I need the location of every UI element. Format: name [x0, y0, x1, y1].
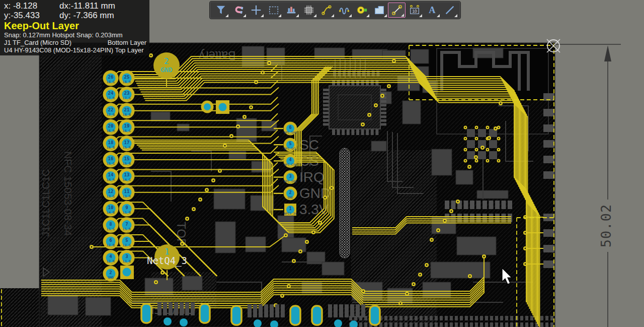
- connector-pad[interactable]: 19L6_G: [119, 119, 135, 135]
- tool-tune-length[interactable]: [335, 3, 353, 18]
- tool-filter[interactable]: [212, 3, 229, 18]
- place-component-icon: [303, 4, 315, 16]
- connector-pad[interactable]: 3NFC_IRQ: [284, 170, 297, 184]
- connector-pad[interactable]: 24L7_R: [103, 87, 119, 102]
- tool-dropdown-arrow-icon: [384, 14, 387, 17]
- connector-pad[interactable]: 1NFC3_3V: [284, 204, 297, 216]
- svg-text:L4_R: L4_R: [107, 178, 115, 182]
- svg-text:GND: GND: [108, 276, 114, 280]
- svg-text:4: 4: [109, 254, 112, 259]
- tool-dropdown-arrow-icon: [401, 14, 404, 17]
- tool-board-insight[interactable]: [282, 3, 300, 18]
- connector-pad[interactable]: 2GND: [103, 266, 119, 282]
- hud-hover-component2: U4 HY-9143C08 (MOD-15x18-24PIN) Top Laye…: [4, 46, 146, 54]
- connector-pad[interactable]: 16L5_G: [103, 152, 119, 168]
- hud-coordinates-x: x: -8.128 dx:-11.811 mm: [4, 1, 146, 11]
- connector-pad[interactable]: 21L8_B: [119, 103, 135, 118]
- connector-pad[interactable]: 12L3_G: [103, 184, 119, 200]
- svg-text:5: 5: [289, 141, 291, 146]
- svg-text:NFC_SDA: NFC_SDA: [284, 130, 297, 135]
- svg-text:L6_B: L6_B: [107, 146, 115, 150]
- svg-text:L8_B: L8_B: [123, 113, 131, 117]
- connector-pad[interactable]: 23L7_G: [119, 87, 135, 102]
- svg-text:7: 7: [125, 222, 128, 227]
- connector-pad[interactable]: 10L4_B: [103, 201, 119, 217]
- dimension-annotation[interactable]: 50.02: [553, 44, 621, 327]
- connector-pad[interactable]: 18L6_B: [103, 136, 119, 151]
- net-label: NetQ4_3: [147, 255, 187, 267]
- connector-pad[interactable]: 4NFC_CSN: [284, 154, 297, 168]
- tool-place-component[interactable]: [300, 3, 317, 18]
- hud-x-value: x: -8.128: [4, 1, 59, 11]
- connector-pad[interactable]: 6L2_B: [103, 234, 119, 249]
- tool-dropdown-arrow-icon: [454, 14, 457, 17]
- svg-text:20: 20: [108, 123, 114, 128]
- connector-pad[interactable]: 13L4_G: [119, 168, 135, 184]
- connector-pad[interactable]: 15L5_B: [119, 152, 135, 168]
- svg-text:L3_R: L3_R: [123, 194, 131, 199]
- hud-hover-info: J1 TF_Card (Micro SD) Bottom Layer: [4, 39, 146, 46]
- svg-text:24: 24: [108, 91, 114, 96]
- tool-dropdown-arrow-icon: [366, 14, 369, 17]
- connector-pad[interactable]: 4L2_R: [103, 250, 119, 266]
- svg-text:17: 17: [124, 140, 130, 145]
- route-tracks-icon: [320, 4, 333, 16]
- connector-pad[interactable]: 14L4_R: [103, 168, 119, 184]
- svg-text:L7_R: L7_R: [107, 96, 115, 100]
- svg-text:L8_R: L8_R: [123, 80, 131, 84]
- svg-text:J1C1LC1LC1C: J1C1LC1LC1C: [40, 169, 51, 237]
- pcb-editor-stage: BatterySCCSIRQGND3.3VNFC 15053-08-34J1C1…: [0, 0, 644, 327]
- connector-pad[interactable]: 22L7_B: [103, 103, 119, 118]
- bga-pad-grid[interactable]: [464, 126, 501, 163]
- connector-pad[interactable]: 3L3_B: [119, 250, 135, 266]
- svg-text:15: 15: [124, 156, 130, 161]
- snap-magnet-icon: [232, 4, 245, 16]
- svg-text:5: 5: [125, 238, 128, 243]
- tune-length-icon: [338, 4, 350, 16]
- connector-pad[interactable]: 7L1_R: [119, 217, 135, 233]
- tool-place-dimension[interactable]: 10: [406, 3, 423, 18]
- connector-pad[interactable]: 2GND: [284, 186, 297, 200]
- svg-text:L2_G: L2_G: [123, 243, 131, 247]
- tool-measure-distance[interactable]: [388, 3, 406, 18]
- svg-text:8: 8: [109, 222, 112, 227]
- svg-text:L5_G: L5_G: [107, 162, 115, 166]
- svg-text:IRQ: IRQ: [299, 169, 325, 185]
- svg-text:L1_G: L1_G: [107, 227, 115, 231]
- tool-place-text[interactable]: A: [423, 3, 441, 18]
- hud-hover-component: J1 TF_Card (Micro SD): [4, 39, 71, 46]
- svg-text:2: 2: [109, 270, 112, 275]
- tool-place-via[interactable]: [353, 3, 370, 18]
- dimension-value: 50.02: [598, 204, 614, 247]
- connector-pad[interactable]: 5L2_G: [119, 234, 135, 249]
- tool-snap-magnet[interactable]: [229, 3, 247, 18]
- tool-select-area[interactable]: [265, 3, 282, 18]
- svg-text:L7_B: L7_B: [107, 113, 115, 117]
- connector-pad[interactable]: 11L3_R: [119, 184, 135, 200]
- svg-text:19: 19: [124, 123, 130, 128]
- heads-up-display: x: -8.128 dx:-11.811 mm y:-35.433 dy: -7…: [0, 0, 149, 55]
- connector-pad[interactable]: 9L1_B: [119, 201, 135, 217]
- select-area-icon: [268, 4, 280, 16]
- svg-text:L6_G: L6_G: [123, 129, 131, 133]
- connector-pad[interactable]: 6NFC_SDA: [284, 122, 297, 136]
- svg-text:1: 1: [289, 206, 291, 211]
- connector-pad[interactable]: 8L1_G: [103, 217, 119, 233]
- tool-place-line[interactable]: [441, 3, 458, 18]
- connector-pad[interactable]: 26L8_G: [103, 71, 119, 86]
- svg-text:22: 22: [108, 107, 114, 112]
- place-via-icon: [356, 4, 368, 16]
- filter-icon: [215, 4, 227, 16]
- connector-pad[interactable]: 5NFC_SCL: [284, 138, 297, 152]
- svg-text:GND: GND: [160, 66, 173, 74]
- connector-pad[interactable]: 20L6_R: [103, 119, 119, 135]
- tool-crosshair[interactable]: [247, 3, 265, 18]
- tool-route-tracks[interactable]: [317, 3, 335, 18]
- connector-pad[interactable]: 17L5_R: [119, 136, 135, 151]
- svg-text:GND: GND: [288, 195, 293, 199]
- svg-text:6: 6: [289, 125, 291, 130]
- connector-pad[interactable]: 25L8_R: [119, 71, 135, 86]
- tool-place-polygon[interactable]: [370, 3, 388, 18]
- place-dimension-icon: 10: [409, 4, 421, 16]
- svg-text:13: 13: [124, 172, 130, 177]
